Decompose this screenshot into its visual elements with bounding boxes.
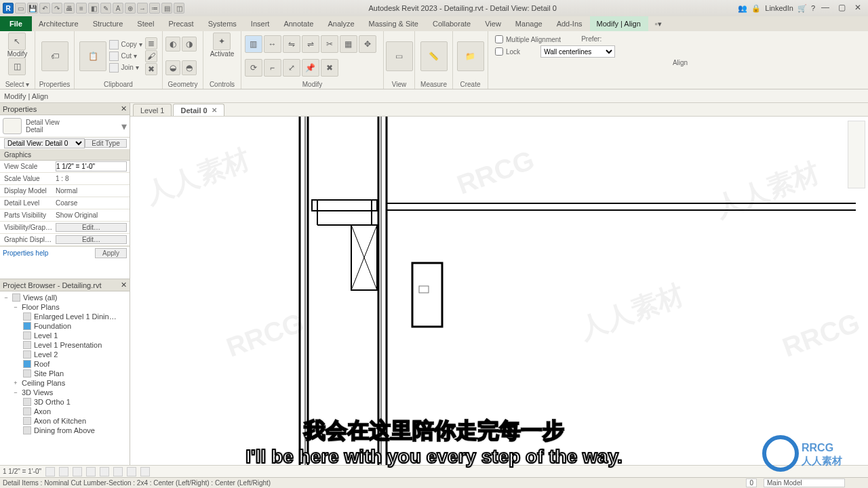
tree-ceiling-plans[interactable]: +Ceiling Plans <box>3 378 130 388</box>
view-tab-detail0[interactable]: Detail 0✕ <box>173 104 224 116</box>
graph-disp-edit-button[interactable]: Edit… <box>56 235 127 244</box>
qat-icon-10[interactable]: ⊕ <box>125 3 136 14</box>
account-name[interactable]: LinkedIn <box>765 4 793 12</box>
vcb-icon-4[interactable] <box>86 467 96 476</box>
tab-view[interactable]: View <box>478 16 509 31</box>
help-icon[interactable]: ? <box>811 4 815 12</box>
qat-redo-icon[interactable]: ↷ <box>52 3 62 14</box>
split-icon[interactable]: ✂ <box>321 35 338 53</box>
view-icon[interactable]: ▭ <box>386 41 413 71</box>
demolish-icon[interactable]: ✖ <box>145 63 157 75</box>
qat-undo-icon[interactable]: ↶ <box>39 3 50 14</box>
qat-open-icon[interactable]: ▭ <box>15 3 26 14</box>
match-type-icon[interactable]: ≣ <box>145 37 157 49</box>
measure-icon[interactable]: 📏 <box>420 41 448 71</box>
tab-precast[interactable]: Precast <box>161 16 201 31</box>
trim-icon[interactable]: ⌐ <box>264 59 281 77</box>
vcb-icon-8[interactable] <box>140 467 150 476</box>
project-browser-close-icon[interactable]: ✕ <box>121 281 127 289</box>
qat-icon-13[interactable]: ▤ <box>161 3 172 14</box>
copy-button[interactable]: Copy ▾ <box>108 39 143 50</box>
activate-icon[interactable]: ✦ <box>213 33 231 50</box>
vcb-icon-6[interactable] <box>113 467 123 476</box>
paint-icon[interactable]: 🖌 <box>145 50 157 62</box>
cut-button[interactable]: Cut ▾ <box>108 51 143 62</box>
properties-close-icon[interactable]: ✕ <box>121 104 127 113</box>
modify-tool-icon[interactable]: ↖ <box>8 33 26 50</box>
tree-fp-1[interactable]: Foundation <box>3 321 130 331</box>
qat-icon-14[interactable]: ◫ <box>174 3 184 14</box>
tab-addins[interactable]: Add-Ins <box>550 16 590 31</box>
vcb-icon-3[interactable] <box>73 467 82 476</box>
qat-icon-8[interactable]: ✎ <box>100 3 111 14</box>
tree-3d-3[interactable]: Dining from Above <box>3 426 130 435</box>
tree-3d-views[interactable]: −3D Views <box>3 388 130 397</box>
qat-icon-7[interactable]: ◧ <box>88 3 99 14</box>
tree-fp-0[interactable]: Enlarged Level 1 Dinin… <box>3 312 130 321</box>
user-icon[interactable]: 👥 <box>738 4 747 13</box>
move-icon[interactable]: ✥ <box>359 35 376 53</box>
tab-annotate[interactable]: Annotate <box>277 16 321 31</box>
design-option-field[interactable]: Main Model <box>764 479 845 487</box>
tree-fp-3[interactable]: Level 1 Presentation <box>3 340 130 350</box>
vcb-icon-7[interactable] <box>127 467 136 476</box>
qat-save-icon[interactable]: 💾 <box>27 3 38 14</box>
app-logo-icon[interactable]: R <box>3 3 14 14</box>
paste-button-icon[interactable]: 📋 <box>79 41 106 71</box>
vcb-icon-5[interactable] <box>100 467 109 476</box>
tab-systems[interactable]: Systems <box>201 16 244 31</box>
tab-structure[interactable]: Structure <box>86 16 131 31</box>
project-tree[interactable]: −Views (all) −Floor Plans Enlarged Level… <box>0 291 130 436</box>
properties-button-icon[interactable]: 🏷 <box>41 41 68 71</box>
tab-collaborate[interactable]: Collaborate <box>426 16 478 31</box>
tab-architecture[interactable]: Architecture <box>32 16 86 31</box>
tree-3d-2[interactable]: Axon of Kitchen <box>3 416 130 426</box>
scale-icon[interactable]: ⤢ <box>283 59 300 77</box>
geometry-icon-2[interactable]: ◑ <box>182 37 197 52</box>
qat-measure-icon[interactable]: ≡ <box>76 3 87 14</box>
tree-fp-4[interactable]: Level 2 <box>3 350 130 359</box>
qat-print-icon[interactable]: 🖶 <box>64 3 75 14</box>
edit-type-button[interactable]: Edit Type <box>85 139 127 148</box>
geometry-icon-4[interactable]: ◓ <box>182 60 197 75</box>
view-scale-readout[interactable]: 1 1/2" = 1'-0" <box>3 468 41 475</box>
signin-icon[interactable]: 🔒 <box>751 4 761 13</box>
qat-icon-12[interactable]: ≔ <box>149 3 160 14</box>
tree-root[interactable]: −Views (all) <box>3 293 130 302</box>
properties-help-link[interactable]: Properties help <box>3 249 48 257</box>
vcb-icon-2[interactable] <box>59 467 68 476</box>
qat-icon-11[interactable]: → <box>137 3 148 14</box>
align-icon[interactable]: ▥ <box>245 35 262 53</box>
graphics-section-header[interactable]: Graphics <box>0 150 130 161</box>
tab-overflow-icon[interactable]: ▫▾ <box>648 16 669 31</box>
tree-3d-1[interactable]: Axon <box>3 407 130 416</box>
maximize-button[interactable]: ▢ <box>835 3 848 14</box>
vis-graph-edit-button[interactable]: Edit… <box>56 223 127 232</box>
lock-checkbox[interactable]: Lock <box>495 47 520 56</box>
cart-icon[interactable]: 🛒 <box>797 4 807 13</box>
tree-fp-6[interactable]: Site Plan <box>3 369 130 378</box>
minimize-button[interactable]: — <box>819 3 831 14</box>
type-selector[interactable]: Detail View Detail ▾ <box>0 115 130 138</box>
drawing-canvas[interactable]: 人人素材 RRCG 人人素材 RRCG 人人素材 RRCG <box>130 117 868 465</box>
type-dropdown-icon[interactable]: ▾ <box>121 120 127 133</box>
pin-icon[interactable]: 📌 <box>302 59 319 77</box>
join-button[interactable]: Join ▾ <box>108 62 143 73</box>
geometry-icon-1[interactable]: ◐ <box>165 37 180 52</box>
apply-button[interactable]: Apply <box>95 248 127 258</box>
delete-icon[interactable]: ✖ <box>321 59 338 77</box>
multiple-alignment-checkbox[interactable]: Multiple Alignment <box>495 35 561 43</box>
navigation-bar[interactable] <box>848 121 865 188</box>
create-icon[interactable]: 📁 <box>457 41 484 71</box>
tab-manage[interactable]: Manage <box>509 16 550 31</box>
prefer-select[interactable]: Wall centerlines <box>540 45 615 58</box>
tree-floor-plans[interactable]: −Floor Plans <box>3 302 130 312</box>
tab-steel[interactable]: Steel <box>130 16 161 31</box>
tab-analyze[interactable]: Analyze <box>321 16 361 31</box>
mirror-draw-icon[interactable]: ⇌ <box>302 35 319 53</box>
select-presets-icon[interactable]: ◫ <box>8 58 26 75</box>
close-button[interactable]: ✕ <box>852 3 864 14</box>
mirror-axis-icon[interactable]: ⇋ <box>283 35 300 53</box>
tree-fp-5[interactable]: Roof <box>3 359 130 369</box>
qat-icon-9[interactable]: A <box>113 3 123 14</box>
